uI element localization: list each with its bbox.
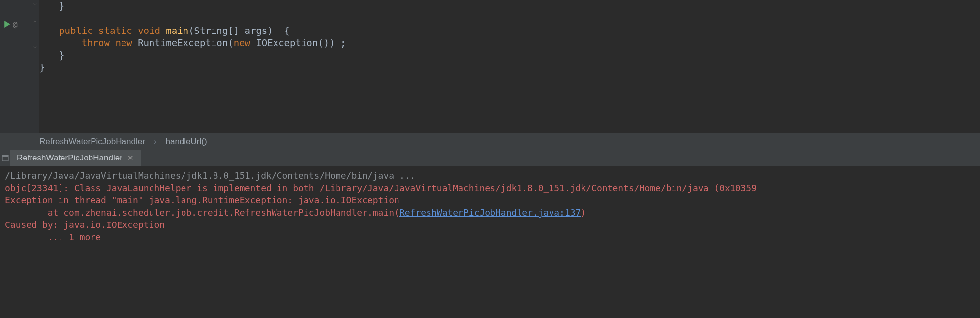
- chevron-right-icon: ›: [154, 137, 157, 147]
- method-params: (String[] args) {: [188, 25, 290, 36]
- code-text: ()) ;: [318, 37, 346, 48]
- run-tab-label: RefreshWaterPicJobHandler: [17, 153, 122, 163]
- code-text: }: [39, 62, 45, 73]
- code-text: }: [59, 50, 64, 61]
- keyword-static: static: [98, 25, 138, 36]
- svg-rect-2: [2, 155, 8, 157]
- keyword-new: new: [234, 37, 256, 48]
- stacktrace-link[interactable]: RefreshWaterPicJobHandler.java:137: [399, 207, 581, 218]
- fold-start-icon[interactable]: ⌃: [33, 20, 37, 26]
- code-text: }: [59, 0, 64, 11]
- fold-end-icon[interactable]: ⌵: [33, 43, 37, 49]
- run-gutter-icon[interactable]: @: [4, 19, 18, 30]
- code-content[interactable]: } public static void main(String[] args)…: [39, 0, 346, 133]
- fold-end-icon[interactable]: ⌵: [33, 0, 37, 6]
- override-icon: @: [13, 20, 18, 29]
- keyword-void: void: [138, 25, 166, 36]
- breadcrumb-method[interactable]: handleUrl(): [165, 137, 207, 147]
- close-icon[interactable]: ✕: [127, 154, 134, 162]
- run-tab-bar: RefreshWaterPicJobHandler ✕: [0, 150, 980, 166]
- svg-marker-0: [4, 21, 10, 28]
- method-name: main: [166, 25, 188, 36]
- console-caused-by: Caused by: java.io.IOException: [5, 220, 165, 230]
- console-more: ... 1 more: [5, 232, 101, 242]
- editor-gutter: @ ⌵ ⌃ ⌵: [0, 0, 39, 133]
- keyword-public: public: [59, 25, 98, 36]
- play-icon: [4, 19, 11, 30]
- console-text: ): [581, 207, 586, 218]
- breadcrumb-class[interactable]: RefreshWaterPicJobHandler: [39, 137, 145, 147]
- keyword-throw: throw: [82, 37, 116, 48]
- class-runtimeexception: RuntimeException: [138, 37, 228, 48]
- console-objc-line: objc[23341]: Class JavaLaunchHelper is i…: [5, 183, 757, 193]
- toolwindow-icon[interactable]: [0, 150, 10, 166]
- console-stack-at: at com.zhenai.scheduler.job.credit.Refre…: [5, 207, 399, 218]
- breadcrumb[interactable]: RefreshWaterPicJobHandler › handleUrl(): [0, 133, 980, 150]
- console-command: /Library/Java/JavaVirtualMachines/jdk1.8…: [5, 170, 415, 181]
- console-output[interactable]: /Library/Java/JavaVirtualMachines/jdk1.8…: [0, 166, 980, 248]
- run-config-tab[interactable]: RefreshWaterPicJobHandler ✕: [10, 150, 141, 166]
- code-editor[interactable]: @ ⌵ ⌃ ⌵ } public static void main(String…: [0, 0, 980, 133]
- keyword-new: new: [115, 37, 138, 48]
- class-ioexception: IOException: [256, 37, 318, 48]
- console-exception: Exception in thread "main" java.lang.Run…: [5, 195, 399, 205]
- code-text: (: [228, 37, 233, 48]
